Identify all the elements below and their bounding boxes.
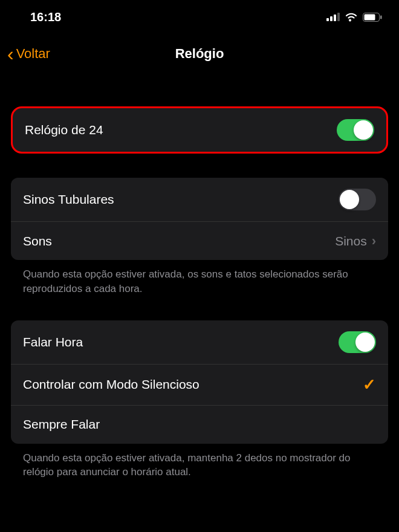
footer-speak-time: Quando esta opção estiver ativada, mante… [11,444,388,480]
svg-rect-1 [330,16,332,21]
toggle-knob [355,332,375,352]
page-title: Relógio [175,46,224,62]
chevron-left-icon: ‹ [7,44,14,63]
battery-icon [363,13,382,22]
toggle-speak-time[interactable] [339,331,376,353]
toggle-knob [340,190,359,209]
svg-rect-3 [337,13,340,21]
section-24h: Relógio de 24 [11,106,388,154]
toggle-tubular-bells[interactable] [339,189,376,210]
row-control-silent-mode[interactable]: Controlar com Modo Silencioso ✓ [11,364,388,405]
row-24h-clock[interactable]: Relógio de 24 [13,108,386,152]
svg-rect-0 [326,18,329,21]
label-sounds: Sons [23,234,52,248]
checkmark-icon: ✓ [363,375,376,394]
label-24h: Relógio de 24 [25,123,103,137]
signal-icon [326,13,340,21]
group-24h: Relógio de 24 [11,106,388,154]
row-speak-time[interactable]: Falar Hora [11,320,388,364]
svg-rect-6 [380,15,382,19]
section-speak-time: Falar Hora Controlar com Modo Silencioso… [11,320,388,480]
svg-rect-5 [365,14,375,20]
toggle-knob [354,120,373,140]
label-always-speak: Sempre Falar [23,417,100,432]
row-sounds-right: Sinos › [335,233,376,249]
label-speak-time: Falar Hora [23,335,83,349]
row-always-speak[interactable]: Sempre Falar [11,405,388,444]
back-button[interactable]: ‹ Voltar [7,44,50,63]
group-speak-time: Falar Hora Controlar com Modo Silencioso… [11,320,388,444]
status-bar: 16:18 [0,0,399,30]
row-sounds[interactable]: Sons Sinos › [11,221,388,260]
settings-content: Relógio de 24 Sinos Tubulares Sons Sinos… [0,106,399,479]
toggle-24h[interactable] [337,119,374,141]
status-icons [326,12,382,22]
nav-bar: ‹ Voltar Relógio [0,30,399,75]
wifi-icon [345,12,358,22]
chevron-right-icon: › [372,233,376,249]
row-tubular-bells[interactable]: Sinos Tubulares [11,178,388,221]
footer-chimes: Quando esta opção estiver ativada, os so… [11,260,388,296]
value-sounds: Sinos [335,234,367,248]
svg-rect-2 [334,15,336,21]
label-tubular-bells: Sinos Tubulares [23,192,114,207]
section-chimes: Sinos Tubulares Sons Sinos › Quando esta… [11,178,388,296]
status-time: 16:18 [30,10,61,24]
label-control-silent: Controlar com Modo Silencioso [23,377,199,392]
group-chimes: Sinos Tubulares Sons Sinos › [11,178,388,260]
back-label: Voltar [16,46,50,62]
